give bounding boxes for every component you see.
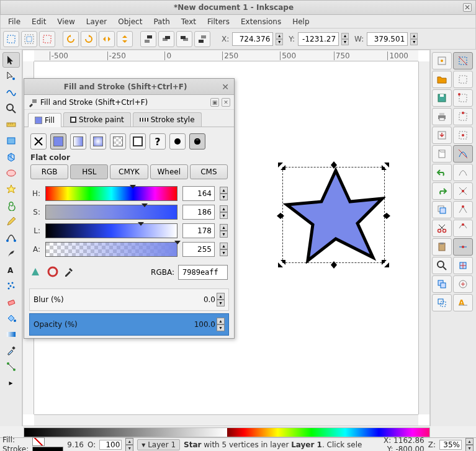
star-shape[interactable]	[283, 167, 385, 264]
bezier-tool[interactable]	[2, 230, 20, 245]
menu-layer[interactable]: Layer	[81, 16, 112, 27]
paint-mesh-button[interactable]	[189, 133, 205, 150]
tab-stroke-style[interactable]: Stroke style	[133, 112, 202, 127]
color-wheel-button[interactable]	[47, 266, 59, 280]
coord-x-spinner[interactable]: ▴▾	[276, 33, 283, 45]
menu-edit[interactable]: Edit	[27, 16, 51, 27]
handle-n[interactable]	[330, 161, 338, 169]
status-opacity-spinner[interactable]: ▴▾	[125, 438, 133, 452]
snap-bbox-button[interactable]	[453, 52, 473, 69]
coord-w-spinner[interactable]: ▴▾	[410, 33, 418, 45]
menu-path[interactable]: Path	[148, 16, 174, 27]
alpha-input[interactable]	[182, 242, 215, 257]
coord-x-input[interactable]	[232, 32, 273, 46]
hue-input[interactable]	[182, 186, 215, 201]
print-button[interactable]	[432, 108, 452, 125]
paint-linear-button[interactable]	[70, 133, 86, 150]
hue-spinner[interactable]: ▴▾	[220, 187, 228, 200]
zoom-fit-button[interactable]	[432, 257, 452, 274]
paint-none-button[interactable]	[30, 133, 47, 150]
status-zoom-spinner[interactable]: ▴▾	[465, 438, 474, 452]
flip-vertical-button[interactable]	[117, 31, 133, 47]
handle-e[interactable]	[383, 212, 390, 220]
menu-extensions[interactable]: Extensions	[236, 16, 286, 27]
scrollbar-horizontal[interactable]	[34, 414, 418, 426]
handle-se[interactable]	[382, 260, 389, 267]
alpha-spinner[interactable]: ▴▾	[220, 243, 228, 256]
deselect-button[interactable]	[39, 31, 55, 47]
color-picker-button[interactable]	[63, 266, 75, 280]
select-all-layers-button[interactable]	[3, 31, 19, 47]
menu-view[interactable]: View	[52, 16, 79, 27]
paint-pattern-button[interactable]	[110, 133, 126, 150]
hue-slider[interactable]	[45, 186, 177, 201]
select-all-button[interactable]	[21, 31, 37, 47]
menu-file[interactable]: File	[3, 16, 25, 27]
undo-button[interactable]	[432, 164, 452, 181]
paint-unknown-button[interactable]: ?	[150, 133, 166, 150]
window-close-button[interactable]: ✕	[463, 3, 472, 12]
dropper-tool[interactable]	[2, 342, 20, 358]
ruler-horizontal[interactable]: -500 -250 0 250 500 750 1000	[34, 50, 418, 61]
zoom-tool[interactable]	[2, 100, 20, 116]
spiral-tool[interactable]	[2, 197, 20, 213]
color-manage-button[interactable]	[30, 266, 43, 280]
node-tool[interactable]	[2, 68, 20, 84]
handle-w[interactable]	[277, 212, 284, 220]
paintbucket-tool[interactable]	[2, 310, 20, 326]
mode-cms-button[interactable]: CMS	[190, 164, 228, 179]
lit-input[interactable]	[182, 223, 215, 238]
export-button[interactable]	[432, 145, 452, 163]
handle-s[interactable]	[330, 261, 338, 269]
color-palette[interactable]	[24, 427, 430, 437]
rgba-input[interactable]	[178, 265, 228, 280]
redo-button[interactable]	[432, 182, 452, 200]
dialog-titlebar[interactable]: Fill and Stroke (Shift+Ctrl+F) ✕	[24, 79, 234, 95]
text-tool[interactable]: A	[2, 262, 20, 277]
save-button[interactable]	[432, 89, 452, 107]
3dbox-tool[interactable]	[2, 149, 20, 164]
tab-fill[interactable]: Fill	[28, 113, 61, 127]
duplicate-button[interactable]	[432, 275, 452, 293]
snap-smooth-icon[interactable]	[453, 220, 473, 237]
expand-arrow[interactable]: ▸	[2, 375, 20, 390]
snap-cusp-icon[interactable]	[453, 201, 473, 218]
snap-edge-midpoint-icon[interactable]	[453, 108, 473, 125]
status-opacity-input[interactable]	[99, 440, 122, 450]
lit-slider[interactable]	[45, 223, 177, 238]
spray-tool[interactable]	[2, 278, 20, 293]
mode-hsl-button[interactable]: HSL	[70, 164, 108, 179]
menu-object[interactable]: Object	[113, 16, 147, 27]
alpha-slider[interactable]	[45, 242, 177, 257]
snap-midpoint-button[interactable]	[453, 238, 473, 256]
paint-unset-button[interactable]	[169, 133, 186, 150]
flip-horizontal-button[interactable]	[99, 31, 115, 47]
open-file-button[interactable]	[432, 71, 452, 88]
paint-radial-button[interactable]	[90, 133, 106, 150]
snap-node-button[interactable]	[453, 145, 473, 163]
coord-y-spinner[interactable]: ▴▾	[341, 33, 349, 45]
cut-button[interactable]	[432, 220, 452, 237]
fill-stroke-dialog[interactable]: Fill and Stroke (Shift+Ctrl+F) ✕ Fill an…	[24, 78, 235, 339]
star-tool[interactable]	[2, 181, 20, 197]
status-fill-swatch[interactable]	[32, 437, 45, 446]
selector-tool[interactable]	[2, 52, 20, 68]
gradient-tool[interactable]	[2, 326, 20, 342]
rotate-cw-button[interactable]	[81, 31, 97, 47]
snap-intersection-icon[interactable]	[453, 182, 473, 200]
dialog-detach-button[interactable]: ✕	[222, 98, 230, 107]
handle-ne[interactable]	[382, 163, 389, 170]
opacity-slider[interactable]: Opacity (%) 100.0 ▴▾	[29, 313, 229, 336]
blur-slider[interactable]: Blur (%) 0.0 ▴▾	[29, 288, 229, 311]
lower-button[interactable]	[176, 31, 192, 47]
opacity-spinner[interactable]: ▴▾	[217, 318, 225, 331]
handle-sw[interactable]	[278, 260, 285, 267]
mode-rgb-button[interactable]: RGB	[30, 164, 68, 179]
sat-input[interactable]	[182, 205, 215, 220]
raise-button[interactable]	[158, 31, 174, 47]
mode-cmyk-button[interactable]: CMYK	[110, 164, 148, 179]
blur-spinner[interactable]: ▴▾	[217, 293, 225, 306]
eraser-tool[interactable]	[2, 294, 20, 310]
rotate-ccw-button[interactable]	[63, 31, 79, 47]
paint-swatch-button[interactable]	[130, 133, 146, 150]
